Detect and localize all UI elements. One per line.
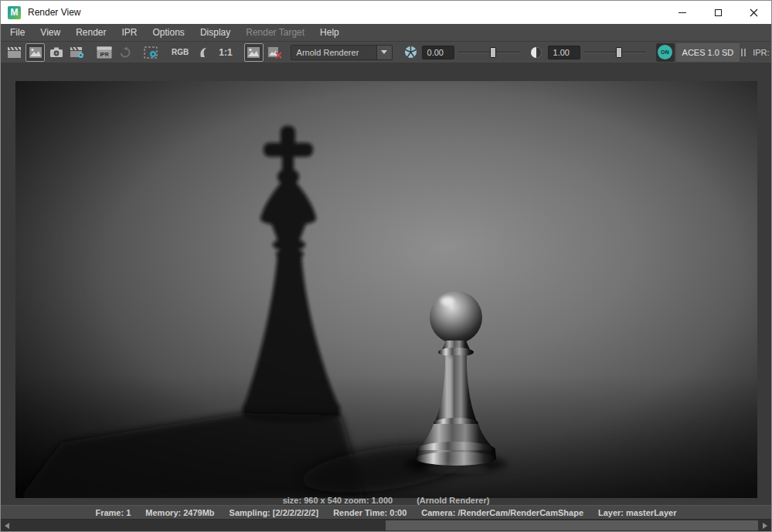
pause-icon [744,49,746,56]
toolbar: IPR RGB 1:1 [1,42,771,63]
menu-help[interactable]: Help [312,24,347,42]
window-title: Render View [28,7,80,18]
gamma-slider-track[interactable] [584,52,646,53]
keep-image-icon [247,46,260,59]
pause-icon [741,49,743,56]
sampling-status: Sampling: [2/2/2/2/2/2] [230,508,319,517]
render-region-button[interactable] [26,43,45,62]
viewport-info-line: size: 960 x 540 zoom: 1.000 (Arnold Rend… [1,496,771,505]
pause-ipr-button[interactable] [741,49,746,56]
renderer-dropdown-arrow[interactable] [377,45,393,60]
real-size-button[interactable]: 1:1 [215,47,236,58]
gamma-slider[interactable] [584,46,646,59]
render-time-status: Render Time: 0:00 [333,508,406,517]
keep-image-button[interactable] [244,43,264,62]
ipr-region-button[interactable] [141,43,160,62]
ipr-memory-label: IPR: 0MB [753,48,772,57]
render-button[interactable] [5,43,24,62]
close-button[interactable] [736,1,771,24]
remove-image-button[interactable] [265,43,284,62]
menu-view[interactable]: View [32,24,68,42]
menu-display[interactable]: Display [192,24,238,42]
minimize-icon [678,12,686,13]
menubar: File View Render IPR Options Display Ren… [1,24,771,42]
render-icon [7,46,22,59]
gamma-icon [530,46,542,59]
chevron-down-icon [381,50,387,54]
exposure-slider-handle[interactable] [490,47,496,58]
horizontal-scrollbar[interactable] [1,519,771,531]
exposure-slider-track[interactable] [458,52,520,53]
scrollbar-thumb[interactable] [386,520,758,530]
remove-image-icon [267,46,282,59]
renderer-dropdown[interactable]: Arnold Renderer [291,45,393,60]
rendered-image[interactable] [15,81,757,498]
refresh-ipr-button[interactable] [115,43,134,62]
renderer-dropdown-value[interactable]: Arnold Renderer [291,45,377,60]
alpha-channel-button[interactable] [194,43,213,62]
minimize-button[interactable] [665,1,700,24]
maximize-button[interactable] [700,1,736,24]
render-settings-icon [70,46,84,59]
renderer-name-label: (Arnold Renderer) [417,496,489,505]
arrow-right-icon [763,523,767,529]
scroll-left-button[interactable] [1,520,13,532]
view-transform-label[interactable]: ACES 1.0 SD [676,43,740,62]
exposure-field[interactable] [422,46,454,59]
window-controls [665,1,771,24]
gamma-slider-handle[interactable] [616,47,622,58]
menu-options[interactable]: Options [145,24,192,42]
size-zoom-label: size: 960 x 540 zoom: 1.000 [283,496,393,505]
render-view-window: M Render View File View Render IPR Optio… [0,0,772,532]
menu-ipr[interactable]: IPR [114,24,145,42]
render-viewport: size: 960 x 540 zoom: 1.000 (Arnold Rend… [1,63,771,505]
snapshot-icon [49,46,63,58]
menu-file[interactable]: File [2,24,32,42]
gamma-field[interactable] [548,46,580,59]
render-canvas [15,81,757,498]
svg-text:IPR: IPR [100,52,109,57]
exposure-button[interactable] [401,43,420,62]
rgb-channels-button[interactable]: RGB [168,48,192,56]
camera-status: Camera: /RenderCam/RenderCamShape [421,508,583,517]
exposure-icon [404,46,417,59]
layer-status: Layer: masterLayer [598,508,677,517]
titlebar: M Render View [1,1,771,24]
frame-status: Frame: 1 [95,508,131,517]
maya-logo-icon: M [8,6,21,19]
scroll-right-button[interactable] [759,520,771,532]
menu-render[interactable]: Render [68,24,114,42]
ipr-render-button[interactable]: IPR [94,43,114,62]
snapshot-button[interactable] [46,43,66,62]
render-region-icon [29,46,43,59]
exposure-slider[interactable] [458,46,520,59]
color-management-on-icon: ON [658,45,672,59]
gamma-button[interactable] [527,43,546,62]
ipr-region-icon [144,46,158,59]
menu-render-target: Render Target [238,24,312,42]
render-settings-button[interactable] [67,43,87,62]
arrow-left-icon [5,523,9,529]
refresh-ipr-icon [119,46,131,59]
close-icon [750,8,758,17]
color-management-toggle[interactable]: ON [656,43,675,62]
statusbar: Frame: 1 Memory: 2479Mb Sampling: [2/2/2… [1,505,771,519]
ipr-render-icon: IPR [97,46,112,59]
alpha-channel-icon [199,46,209,59]
maximize-icon [715,9,722,16]
memory-status: Memory: 2479Mb [145,508,214,517]
